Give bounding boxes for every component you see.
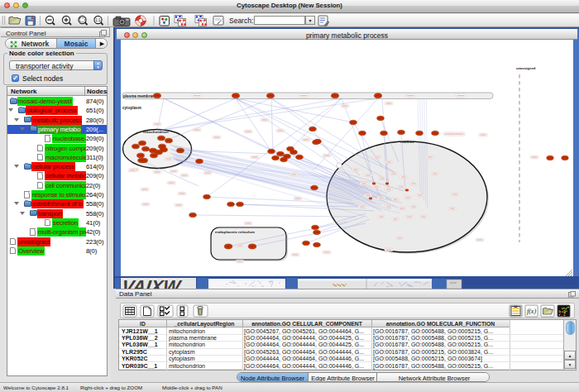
svg-text:unassigned: unassigned: [516, 66, 536, 70]
svg-text:f(x): f(x): [527, 308, 536, 315]
svg-text:cytoplasm: cytoplasm: [122, 106, 141, 110]
svg-text:plasma membrane: plasma membrane: [123, 94, 157, 98]
svg-text:endoplasmic reticulum: endoplasmic reticulum: [215, 230, 255, 234]
svg-text:nucleus: nucleus: [400, 140, 414, 144]
svg-text:mitochondrion: mitochondrion: [143, 130, 169, 134]
svg-text:1:1: 1:1: [95, 18, 101, 22]
svg-text:VAIXW: VAIXW: [121, 276, 184, 289]
